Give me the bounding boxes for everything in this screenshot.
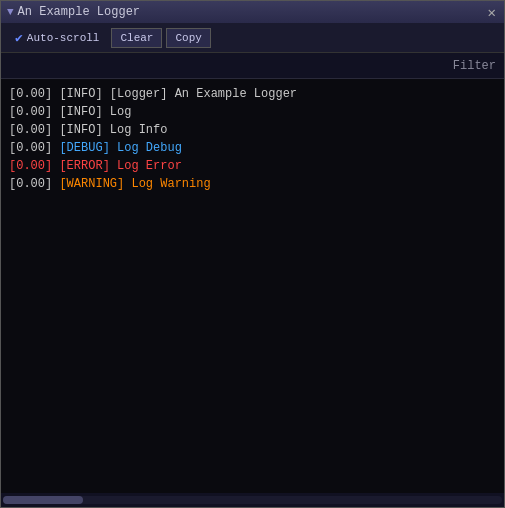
log-timestamp: [0.00] [9, 87, 52, 101]
log-line: [0.00] [INFO] [Logger] An Example Logger [9, 85, 496, 103]
toolbar: ✔ Auto-scroll Clear Copy [1, 23, 504, 53]
auto-scroll-check-icon: ✔ [15, 30, 23, 46]
close-button[interactable]: ✕ [486, 4, 498, 21]
log-timestamp: [0.00] [9, 105, 52, 119]
log-timestamp: [0.00] [9, 159, 52, 173]
scrollbar-track[interactable] [3, 496, 502, 504]
log-message: Log Error [117, 159, 182, 173]
log-level: [ERROR] [59, 159, 117, 173]
log-line: [0.00] [INFO] Log [9, 103, 496, 121]
filter-label: Filter [453, 59, 496, 73]
clear-button[interactable]: Clear [111, 28, 162, 48]
log-level: [DEBUG] [59, 141, 117, 155]
log-message: Log Info [110, 123, 168, 137]
log-area[interactable]: [0.00] [INFO] [Logger] An Example Logger… [1, 79, 504, 493]
log-message: Log Debug [117, 141, 182, 155]
log-timestamp: [0.00] [9, 141, 52, 155]
window-icon: ▼ [7, 6, 14, 18]
log-line: [0.00] [WARNING] Log Warning [9, 175, 496, 193]
log-message: [Logger] An Example Logger [110, 87, 297, 101]
log-message: Log Warning [131, 177, 210, 191]
log-line: [0.00] [DEBUG] Log Debug [9, 139, 496, 157]
log-level: [INFO] [59, 87, 109, 101]
log-level: [INFO] [59, 105, 109, 119]
log-line: [0.00] [INFO] Log Info [9, 121, 496, 139]
log-timestamp: [0.00] [9, 123, 52, 137]
horizontal-scrollbar[interactable] [1, 493, 504, 507]
auto-scroll-button[interactable]: ✔ Auto-scroll [7, 28, 107, 48]
title-bar: ▼ An Example Logger ✕ [1, 1, 504, 23]
window-title: An Example Logger [18, 5, 486, 19]
log-line: [0.00] [ERROR] Log Error [9, 157, 496, 175]
logger-window: ▼ An Example Logger ✕ ✔ Auto-scroll Clea… [0, 0, 505, 508]
log-timestamp: [0.00] [9, 177, 52, 191]
log-level: [INFO] [59, 123, 109, 137]
filter-bar: Filter [1, 53, 504, 79]
auto-scroll-label: Auto-scroll [27, 32, 100, 44]
log-message: Log [110, 105, 132, 119]
copy-button[interactable]: Copy [166, 28, 210, 48]
log-level: [WARNING] [59, 177, 131, 191]
scrollbar-thumb[interactable] [3, 496, 83, 504]
